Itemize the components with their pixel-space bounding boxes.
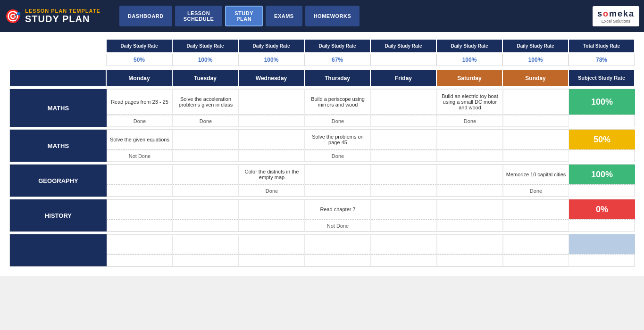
status-cell-1-mon: Not Done (107, 150, 173, 162)
task-cell-4-wed (239, 234, 305, 254)
status-cell-2-sat (437, 185, 503, 197)
rate-header-total: Total Study Rate (569, 39, 635, 53)
status-cell-3-tue (173, 220, 239, 231)
rate-val-thu: 67% (304, 54, 370, 66)
day-header-row: Monday Tuesday Wednesday Thursday Friday… (9, 70, 635, 87)
nav-study-plan[interactable]: STUDYPLAN (225, 6, 263, 26)
subject-row-3: HISTORYRead chapter 70%Not Done (9, 199, 635, 232)
rate-val-tue: 100% (172, 54, 238, 66)
rate-badge-4 (569, 234, 635, 254)
task-cell-1-fri (371, 130, 437, 149)
status-cell-3-sat (437, 220, 503, 231)
subject-label-1: MATHS (10, 130, 107, 162)
rate-val-fri (370, 54, 436, 66)
day-header-rate: Subject Study Rate (569, 70, 635, 87)
subject-row-1: MATHSSolve the given equationsSolve the … (9, 129, 635, 162)
status-cell-4-wed (239, 255, 305, 266)
nav-lesson-schedule[interactable]: LESSONSCHEDULE (175, 6, 223, 26)
status-cell-1-sun (503, 150, 569, 162)
status-cell-1-wed (239, 150, 305, 162)
rate-badge-3: 0% (569, 199, 635, 219)
main-content: Daily Study Rate Daily Study Rate Daily … (0, 32, 644, 276)
subject-tasks-block-2: Color the districts in the empty mapMemo… (107, 165, 635, 197)
task-cell-4-sat (437, 234, 503, 254)
rate-header-thu: Daily Study Rate (304, 39, 370, 53)
subject-label-0: MATHS (10, 89, 107, 127)
task-cell-4-tue (173, 234, 239, 254)
brand-logo: 🎯 LESSON PLAN TEMPLATE STUDY PLAN (5, 8, 100, 25)
status-cell-1-fri (371, 150, 437, 162)
status-cell-0-sat: Done (437, 115, 503, 127)
status-cell-4-sun (503, 255, 569, 266)
task-cell-0-mon: Read pages from 23 - 25 (107, 89, 173, 115)
status-cell-0-fri (371, 115, 437, 127)
someka-logo-sub: Excel Solutions (602, 19, 631, 24)
logo-icon: 🎯 (5, 8, 21, 24)
task-cell-2-fri (371, 165, 437, 184)
subject-row-0: MATHSRead pages from 23 - 25Solve the ac… (9, 89, 635, 127)
rate-val-wed: 100% (238, 54, 304, 66)
status-cell-1-thu: Done (305, 150, 371, 162)
nav-dashboard[interactable]: DASHBOARD (119, 6, 172, 26)
subject-tasks-block-3: Read chapter 70%Not Done (107, 199, 635, 231)
status-cell-3-sun (503, 220, 569, 231)
status-cell-3-thu: Not Done (305, 220, 371, 231)
task-cell-4-thu (305, 234, 371, 254)
day-header-mon: Monday (106, 70, 172, 87)
task-cell-0-thu: Build a periscope using mirrors and wood (305, 89, 371, 115)
status-cell-4-thu (305, 255, 371, 266)
task-cell-2-mon (107, 165, 173, 184)
day-header-thu: Thursday (304, 70, 370, 87)
rate-val-total: 78% (569, 54, 635, 66)
status-cell-0-mon: Done (107, 115, 173, 127)
task-cell-3-mon (107, 199, 173, 219)
task-cell-1-thu: Solve the problems on page 45 (305, 130, 371, 149)
status-cell-3-wed (239, 220, 305, 231)
task-cell-0-sat: Build an electric toy boat using a small… (437, 89, 503, 115)
status-cell-2-wed: Done (239, 185, 305, 197)
status-cell-0-wed (239, 115, 305, 127)
task-cell-2-wed: Color the districts in the empty map (239, 165, 305, 184)
task-cell-3-wed (239, 199, 305, 219)
rate-header-mon: Daily Study Rate (106, 39, 172, 53)
rate-val-mon: 50% (106, 54, 172, 66)
brand-subtitle: LESSON PLAN TEMPLATE (25, 8, 100, 14)
rate-badge-1: 50% (569, 130, 635, 149)
status-cell-4-sat (437, 255, 503, 266)
rate-header-tue: Daily Study Rate (172, 39, 238, 53)
task-cell-4-mon (107, 234, 173, 254)
status-cell-3-mon (107, 220, 173, 231)
day-header-tue: Tuesday (172, 70, 238, 87)
task-cell-1-sun (503, 130, 569, 149)
status-cell-0-sun (503, 115, 569, 127)
subject-tasks-block-4 (107, 234, 635, 266)
rate-val-sun: 100% (502, 54, 569, 66)
day-header-sun: Sunday (502, 70, 569, 87)
status-cell-4-tue (173, 255, 239, 266)
status-cell-1-sat (437, 150, 503, 162)
task-cell-2-tue (173, 165, 239, 184)
rate-val-sat: 100% (436, 54, 502, 66)
subject-row-2: GEOGRAPHYColor the districts in the empt… (9, 164, 635, 197)
status-cell-2-thu (305, 185, 371, 197)
task-cell-0-fri (371, 89, 437, 115)
nav-homeworks[interactable]: HOMEWORKS (305, 6, 360, 26)
app-header: 🎯 LESSON PLAN TEMPLATE STUDY PLAN DASHBO… (0, 0, 644, 32)
status-cell-2-sun: Done (503, 185, 569, 197)
day-header-wed: Wednesday (238, 70, 304, 87)
subjects-table: MATHSRead pages from 23 - 25Solve the ac… (9, 89, 635, 267)
status-cell-4-fri (371, 255, 437, 266)
task-cell-1-sat (437, 130, 503, 149)
someka-logo-text: someka (597, 9, 635, 19)
subject-label-3: HISTORY (10, 199, 107, 231)
brand-title-block: LESSON PLAN TEMPLATE STUDY PLAN (25, 8, 100, 25)
task-cell-0-wed (239, 89, 305, 115)
day-header-fri: Friday (370, 70, 436, 87)
task-cell-1-mon: Solve the given equations (107, 130, 173, 149)
task-cell-0-sun (503, 89, 569, 115)
status-cell-2-tue (173, 185, 239, 197)
task-cell-3-sun (503, 199, 569, 219)
status-cell-0-tue: Done (173, 115, 239, 127)
task-cell-3-fri (371, 199, 437, 219)
nav-exams[interactable]: EXAMS (266, 6, 302, 26)
